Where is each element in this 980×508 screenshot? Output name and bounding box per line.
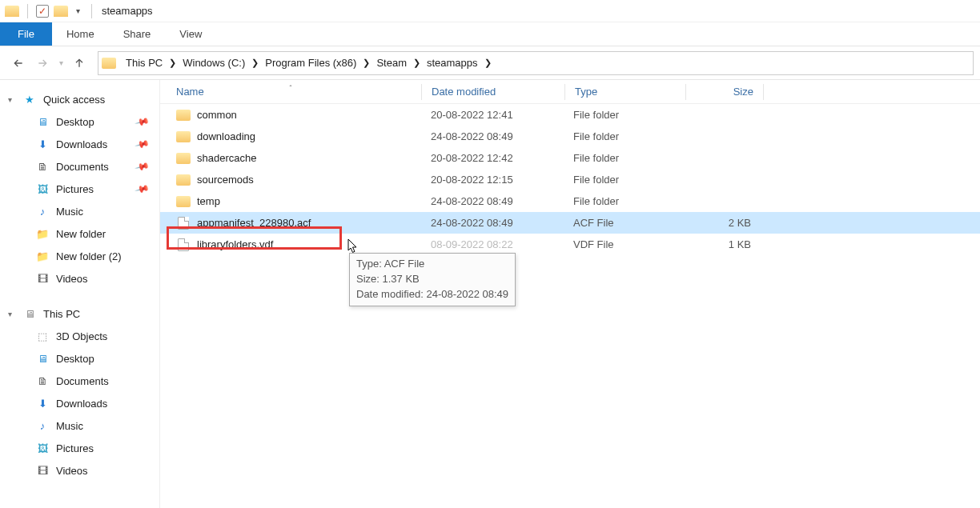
file-row[interactable]: downloading 24-08-2022 08:49 File folder xyxy=(160,126,980,147)
nav-item-documents[interactable]: 🗎 Documents xyxy=(3,370,156,392)
crumb-drive[interactable]: Windows (C:) xyxy=(179,55,248,70)
pin-icon: 📌 xyxy=(135,136,151,152)
nav-item-label: Videos xyxy=(56,465,88,477)
nav-item-label: Desktop xyxy=(56,116,94,128)
videos-icon: 🎞 xyxy=(35,465,50,477)
file-type: File folder xyxy=(564,109,684,121)
file-row[interactable]: libraryfolders.vdf 08-09-2022 08:22 VDF … xyxy=(160,234,980,255)
title-bar: ✓ ▾ steamapps xyxy=(0,0,980,22)
column-date[interactable]: Date modified xyxy=(422,86,564,98)
file-row[interactable]: appmanifest_228980.acf 24-08-2022 08:49 … xyxy=(160,212,980,234)
nav-item-label: New folder (2) xyxy=(56,250,122,262)
file-row[interactable]: temp 24-08-2022 08:49 File folder xyxy=(160,190,980,212)
music-icon: ♪ xyxy=(35,420,50,432)
tooltip-date: Date modified: 24-08-2022 08:49 xyxy=(356,287,508,302)
sort-ascending-icon: ˆ xyxy=(290,84,292,92)
nav-item-downloads[interactable]: ⬇ Downloads 📌 xyxy=(3,133,156,155)
nav-item-new-folder[interactable]: 📁 New folder xyxy=(3,222,156,245)
forward-button[interactable] xyxy=(30,51,54,75)
file-date: 20-08-2022 12:15 xyxy=(421,174,564,186)
file-date: 24-08-2022 08:49 xyxy=(421,130,564,142)
crumb-program-files[interactable]: Program Files (x86) xyxy=(262,55,359,70)
file-name: downloading xyxy=(197,130,255,142)
download-icon: ⬇ xyxy=(35,138,50,150)
nav-item-videos[interactable]: 🎞 Videos xyxy=(3,267,156,290)
chevron-right-icon[interactable]: ❯ xyxy=(410,56,424,70)
ribbon-tabs: File Home Share View xyxy=(0,22,980,46)
folder-icon: 📁 xyxy=(35,250,50,262)
qat-customize-button[interactable]: ▾ xyxy=(73,6,83,15)
chevron-right-icon[interactable]: ❯ xyxy=(248,56,262,70)
nav-item-pictures[interactable]: 🖼 Pictures xyxy=(3,437,156,459)
nav-item-3d-objects[interactable]: ⬚ 3D Objects xyxy=(3,325,156,347)
tooltip-type: Type: ACF File xyxy=(356,257,508,272)
column-name[interactable]: Nameˆ xyxy=(160,86,421,98)
nav-item-pictures[interactable]: 🖼 Pictures 📌 xyxy=(3,178,156,200)
file-name: common xyxy=(197,109,237,121)
chevron-down-icon[interactable]: ▾ xyxy=(8,310,12,318)
file-row[interactable]: sourcemods 20-08-2022 12:15 File folder xyxy=(160,169,980,190)
file-size: 2 KB xyxy=(684,217,761,229)
nav-item-label: 3D Objects xyxy=(56,330,107,342)
nav-item-label: Pictures xyxy=(56,183,94,195)
download-icon: ⬇ xyxy=(35,398,50,410)
recent-locations-button[interactable]: ▾ xyxy=(54,51,67,75)
nav-item-music[interactable]: ♪ Music xyxy=(3,200,156,222)
file-icon xyxy=(178,238,189,251)
nav-item-label: Documents xyxy=(56,161,109,173)
pc-icon: 🖥 xyxy=(22,308,37,320)
monitor-icon: 🖥 xyxy=(35,116,50,128)
up-button[interactable] xyxy=(67,51,91,75)
file-row[interactable]: common 20-08-2022 12:41 File folder xyxy=(160,104,980,126)
tab-file[interactable]: File xyxy=(0,22,52,46)
column-type[interactable]: Type xyxy=(565,86,685,98)
file-name: appmanifest_228980.acf xyxy=(197,217,311,229)
nav-quick-access[interactable]: ▾ ★ Quick access xyxy=(3,88,156,110)
chevron-right-icon[interactable]: ❯ xyxy=(481,56,495,70)
crumb-steam[interactable]: Steam xyxy=(373,55,410,70)
nav-item-desktop[interactable]: 🖥 Desktop 📌 xyxy=(3,110,156,133)
music-icon: ♪ xyxy=(35,206,50,218)
nav-this-pc[interactable]: ▾ 🖥 This PC xyxy=(3,302,156,325)
file-name: sourcemods xyxy=(197,174,254,186)
file-type: File folder xyxy=(564,195,684,207)
back-button[interactable] xyxy=(6,51,30,75)
nav-item-label: Downloads xyxy=(56,398,107,410)
tab-view[interactable]: View xyxy=(165,22,216,46)
folder-icon xyxy=(102,58,116,69)
file-type: File folder xyxy=(564,130,684,142)
nav-item-new-folder-2-[interactable]: 📁 New folder (2) xyxy=(3,245,156,267)
column-size[interactable]: Size xyxy=(686,86,763,98)
file-row[interactable]: shadercache 20-08-2022 12:42 File folder xyxy=(160,147,980,169)
chevron-right-icon[interactable]: ❯ xyxy=(359,56,373,70)
nav-item-label: Pictures xyxy=(56,442,94,454)
nav-item-desktop[interactable]: 🖥 Desktop xyxy=(3,347,156,370)
nav-item-videos[interactable]: 🎞 Videos xyxy=(3,459,156,482)
nav-this-pc-label: This PC xyxy=(43,308,80,320)
nav-item-label: Videos xyxy=(56,273,88,285)
navigation-pane[interactable]: ▾ ★ Quick access 🖥 Desktop 📌 ⬇ Downloads… xyxy=(0,80,160,508)
address-bar[interactable]: This PC❯ Windows (C:)❯ Program Files (x8… xyxy=(98,51,974,75)
file-tooltip: Type: ACF File Size: 1.37 KB Date modifi… xyxy=(349,253,516,306)
file-date: 24-08-2022 08:49 xyxy=(421,217,564,229)
folder-icon xyxy=(176,196,191,207)
crumb-this-pc[interactable]: This PC xyxy=(122,55,166,70)
file-name: shadercache xyxy=(197,152,256,164)
videos-icon: 🎞 xyxy=(35,273,50,285)
pin-icon: 📌 xyxy=(135,181,151,197)
file-type: VDF File xyxy=(564,238,684,250)
nav-item-music[interactable]: ♪ Music xyxy=(3,414,156,437)
tab-share[interactable]: Share xyxy=(109,22,166,46)
navigation-bar: ▾ This PC❯ Windows (C:)❯ Program Files (… xyxy=(0,46,980,80)
qat-properties-button[interactable]: ✓ xyxy=(36,5,49,18)
file-name: temp xyxy=(197,195,220,207)
qat-newfolder-icon[interactable] xyxy=(54,6,68,17)
pin-icon: 📌 xyxy=(135,158,151,174)
chevron-down-icon[interactable]: ▾ xyxy=(8,95,12,104)
document-icon: 🗎 xyxy=(35,375,50,387)
chevron-right-icon[interactable]: ❯ xyxy=(166,56,179,70)
tab-home[interactable]: Home xyxy=(52,22,109,46)
crumb-steamapps[interactable]: steamapps xyxy=(424,55,481,70)
nav-item-downloads[interactable]: ⬇ Downloads xyxy=(3,392,156,414)
nav-item-documents[interactable]: 🗎 Documents 📌 xyxy=(3,155,156,178)
